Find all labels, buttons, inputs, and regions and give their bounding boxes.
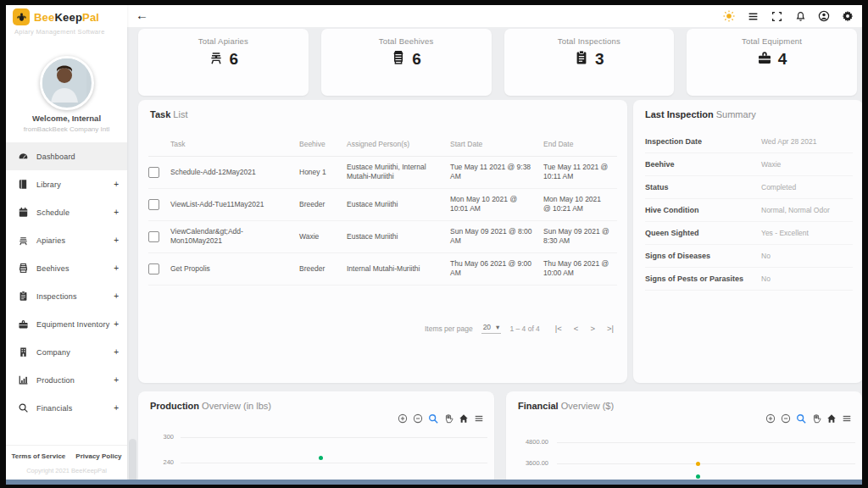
privacy-policy-link[interactable]: Privacy Policy (75, 452, 121, 460)
list-item: Queen SightedYes - Excellent (645, 222, 853, 245)
clipboard-icon (18, 291, 29, 302)
expand-plus-icon[interactable]: + (114, 403, 119, 413)
cell-end-date: Mon May 10 2021 @ 10:21 AM (543, 195, 617, 214)
task-list-title: Task List (138, 100, 627, 119)
avatar[interactable] (40, 56, 94, 110)
fullscreen-icon[interactable] (771, 10, 782, 22)
row-checkbox[interactable] (148, 263, 159, 274)
app-title: BeeKeepPal (34, 11, 99, 24)
first-page-button[interactable]: |< (555, 324, 562, 333)
inspection-field-value: Waxie (761, 160, 853, 169)
zoom-in-icon[interactable] (765, 413, 776, 424)
sidebar-item-financials[interactable]: Financials + (6, 394, 127, 422)
inspection-field-label: Beehive (645, 160, 675, 169)
gridline (181, 463, 487, 463)
back-arrow-icon[interactable]: ← (136, 8, 148, 22)
y-axis-tick: 240 (145, 458, 174, 466)
stat-card-total-equipment[interactable]: Total Equipment 4 (687, 29, 857, 96)
sidebar-item-label: Beehives (36, 264, 114, 273)
last-page-button[interactable]: >| (607, 324, 614, 333)
gear-icon[interactable] (842, 10, 854, 22)
bell-icon[interactable] (794, 10, 806, 22)
column-header-task: Task (170, 140, 299, 148)
sidebar-item-library[interactable]: Library + (6, 170, 127, 198)
inspection-field-label: Inspection Date (645, 137, 702, 146)
items-per-page-select[interactable]: 20 ▾ (481, 323, 502, 334)
row-checkbox[interactable] (148, 167, 159, 178)
beehive-box-icon (391, 50, 406, 69)
home-icon[interactable] (459, 413, 469, 424)
sidebar-item-production[interactable]: Production + (6, 366, 127, 394)
stat-card-total-beehives[interactable]: Total Beehives 6 (321, 29, 492, 96)
cell-start-date: Mon May 10 2021 @ 10:01 AM (450, 195, 543, 214)
gridline (181, 437, 487, 438)
sidebar-item-equipment-inventory[interactable]: Equipment Inventory + (6, 310, 127, 338)
next-page-button[interactable]: > (590, 324, 595, 333)
toolbox-icon (18, 319, 29, 330)
sidebar-item-company[interactable]: Company + (6, 338, 127, 366)
row-checkbox[interactable] (148, 231, 159, 242)
y-axis-tick: 300 (145, 433, 174, 441)
financial-orange-data-point[interactable] (696, 462, 700, 466)
beehive-icon (18, 263, 29, 274)
financial-green-data-point[interactable] (696, 474, 700, 479)
apiary-icon (18, 235, 29, 246)
home-icon[interactable] (826, 413, 837, 424)
zoom-in-icon[interactable] (398, 413, 408, 424)
column-header-beehive: Beehive (299, 140, 347, 148)
expand-plus-icon[interactable]: + (114, 208, 119, 217)
user-circle-icon[interactable] (818, 10, 830, 22)
toolbox-icon (757, 50, 772, 69)
chart-menu-icon[interactable] (842, 413, 852, 424)
pan-hand-icon[interactable] (443, 413, 453, 424)
task-table: Task Beehive Assigned Person(s) Start Da… (148, 132, 617, 286)
app-logo[interactable]: BeeKeepPal (13, 8, 99, 25)
zoom-out-icon[interactable] (413, 413, 423, 424)
financial-overview-panel: Financial Overview ($) 4800.00 3600.00 (506, 391, 862, 480)
sidebar-item-beehives[interactable]: Beehives + (6, 254, 127, 282)
inspection-field-value: Completed (761, 183, 853, 191)
expand-plus-icon[interactable]: + (114, 236, 119, 245)
zoom-out-icon[interactable] (781, 413, 791, 424)
expand-plus-icon[interactable]: + (114, 375, 119, 385)
sidebar-item-inspections[interactable]: Inspections + (6, 282, 127, 310)
cell-start-date: Tue May 11 2021 @ 9:38 AM (450, 163, 543, 182)
inspection-field-label: Signs of Diseases (645, 252, 710, 260)
hamburger-menu-icon[interactable] (747, 10, 759, 22)
pan-hand-icon[interactable] (811, 413, 821, 424)
stat-value: 6 (230, 50, 239, 69)
y-axis-tick: 3600.00 (520, 459, 548, 467)
apiary-stand-icon (209, 50, 224, 69)
bar-chart-icon (18, 374, 29, 385)
task-list-panel: Task List Task Beehive Assigned Person(s… (138, 100, 627, 383)
sidebar-menu: Dashboard Library + Schedule + Apiaries … (6, 142, 127, 422)
table-row: Get Propolis Breeder Internal Mutahi-Mur… (148, 253, 617, 286)
sun-icon[interactable] (723, 10, 735, 22)
sidebar-item-dashboard[interactable]: Dashboard (6, 142, 127, 170)
inspection-field-value: Wed Apr 28 2021 (761, 137, 853, 146)
sidebar-item-schedule[interactable]: Schedule + (6, 198, 127, 226)
sidebar-item-apiaries[interactable]: Apiaries + (6, 226, 127, 254)
table-row: Schedule-Add-12May2021 Honey 1 Eustace M… (148, 157, 617, 189)
list-item: StatusCompleted (645, 176, 853, 199)
terms-of-service-link[interactable]: Terms of Service (11, 452, 65, 460)
stat-card-total-apiaries[interactable]: Total Apiaries 6 (138, 29, 309, 96)
expand-plus-icon[interactable]: + (114, 319, 119, 329)
expand-plus-icon[interactable]: + (114, 180, 119, 189)
expand-plus-icon[interactable]: + (114, 291, 119, 301)
zoom-select-icon[interactable] (796, 413, 806, 424)
chart-menu-icon[interactable] (474, 413, 484, 424)
stat-label: Total Apiaries (198, 36, 248, 46)
expand-plus-icon[interactable]: + (114, 263, 119, 273)
gridline (557, 442, 855, 443)
zoom-select-icon[interactable] (428, 413, 438, 424)
scrollbar-thumb[interactable] (129, 439, 136, 480)
expand-plus-icon[interactable]: + (114, 347, 119, 357)
stat-card-total-inspections[interactable]: Total Inspections 3 (504, 29, 675, 96)
cell-start-date: Sun May 09 2021 @ 8:00 AM (450, 227, 543, 247)
row-checkbox[interactable] (148, 199, 159, 210)
production-data-point[interactable] (319, 456, 323, 460)
speedometer-icon (18, 151, 29, 162)
previous-page-button[interactable]: < (574, 324, 579, 333)
sidebar-item-label: Inspections (36, 292, 114, 301)
